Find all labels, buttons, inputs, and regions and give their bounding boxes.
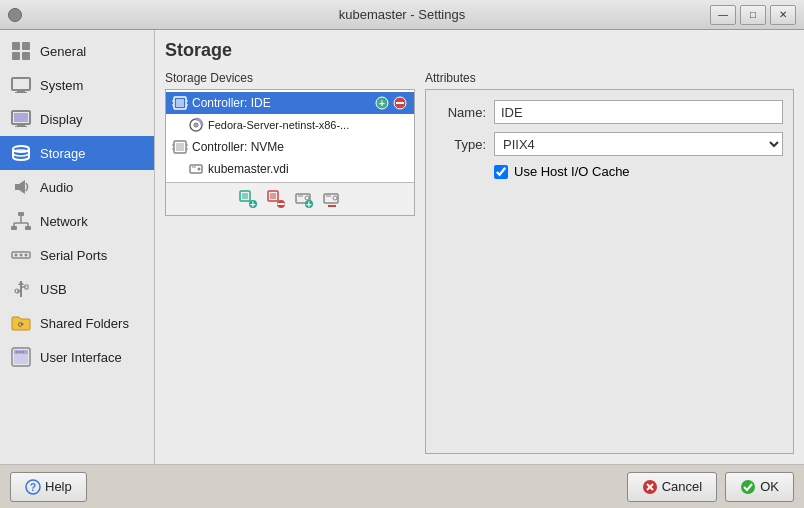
svg-rect-1 (22, 42, 30, 50)
titlebar-buttons: — □ ✕ (710, 5, 796, 25)
svg-point-24 (20, 254, 23, 257)
attributes-label: Attributes (425, 71, 794, 85)
tree-label-kubemaster-vdi: kubemaster.vdi (208, 162, 289, 176)
svg-rect-40 (176, 99, 184, 107)
tree-item-controller-nvme[interactable]: Controller: NVMe (166, 136, 414, 158)
svg-point-38 (22, 351, 24, 353)
help-button[interactable]: ? Help (10, 472, 87, 502)
svg-point-83 (741, 480, 755, 494)
svg-point-37 (19, 351, 21, 353)
storage-devices-label: Storage Devices (165, 71, 415, 85)
ok-button[interactable]: OK (725, 472, 794, 502)
sidebar-item-general[interactable]: General (0, 34, 154, 68)
titlebar-left (8, 8, 22, 22)
sidebar-item-usb[interactable]: USB (0, 272, 154, 306)
use-host-io-cache-label: Use Host I/O Cache (514, 164, 630, 179)
sidebar-item-system[interactable]: System (0, 68, 154, 102)
svg-rect-0 (12, 42, 20, 50)
help-icon: ? (25, 479, 41, 495)
sidebar-label-serial-ports: Serial Ports (40, 248, 107, 263)
sidebar-item-serial-ports[interactable]: Serial Ports (0, 238, 154, 272)
devices-tree: Controller: IDE + (166, 90, 414, 182)
svg-rect-13 (15, 184, 19, 190)
content-area: Storage Storage Devices (155, 30, 804, 464)
usb-icon (10, 278, 32, 300)
svg-point-59 (198, 168, 201, 171)
cancel-label: Cancel (662, 479, 702, 494)
svg-rect-5 (17, 90, 25, 92)
svg-rect-6 (15, 92, 27, 93)
svg-rect-8 (17, 124, 25, 126)
sidebar-label-usb: USB (40, 282, 67, 297)
bottom-bar: ? Help Cancel OK (0, 464, 804, 508)
svg-rect-4 (12, 78, 30, 90)
attributes-body: Name: Type: PIIX4 PIIX3 ICH6 I82078 L (426, 90, 793, 189)
type-select[interactable]: PIIX4 PIIX3 ICH6 I82078 LsiLogic LsiLogi… (494, 132, 783, 156)
name-input[interactable] (494, 100, 783, 124)
svg-point-51 (195, 124, 197, 126)
folder-icon: ⟳ (10, 312, 32, 334)
svg-rect-3 (22, 52, 30, 60)
remove-attachment-button[interactable] (320, 187, 344, 211)
svg-text:+: + (306, 199, 312, 210)
sidebar-item-audio[interactable]: Audio (0, 170, 154, 204)
general-icon (10, 40, 32, 62)
svg-rect-34 (14, 354, 28, 364)
tree-label-controller-ide: Controller: IDE (192, 96, 271, 110)
svg-text:⟳: ⟳ (18, 321, 24, 328)
sidebar-label-user-interface: User Interface (40, 350, 122, 365)
sidebar: General System Di (0, 30, 155, 464)
cancel-button[interactable]: Cancel (627, 472, 717, 502)
controller-ide-actions: + (374, 95, 408, 111)
remove-controller-button[interactable] (264, 187, 288, 211)
sidebar-label-shared-folders: Shared Folders (40, 316, 129, 331)
maximize-button[interactable]: □ (740, 5, 766, 25)
svg-point-23 (15, 254, 18, 257)
storage-actions: + (166, 182, 414, 215)
svg-rect-15 (18, 212, 24, 216)
cancel-icon (642, 479, 658, 495)
add-disk-icon[interactable]: + (374, 95, 390, 111)
vdi-icon (188, 161, 204, 177)
tree-item-kubemaster-vdi[interactable]: kubemaster.vdi (166, 158, 414, 180)
svg-rect-62 (242, 193, 248, 199)
name-row: Name: (436, 100, 783, 124)
svg-rect-10 (14, 113, 28, 122)
tree-item-controller-ide[interactable]: Controller: IDE + (166, 92, 414, 114)
svg-point-36 (16, 351, 18, 353)
remove-disk-icon[interactable] (392, 95, 408, 111)
svg-rect-17 (25, 226, 31, 230)
main-container: General System Di (0, 30, 804, 464)
add-attachment-button[interactable]: + (292, 187, 316, 211)
svg-text:?: ? (30, 482, 36, 493)
audio-icon (10, 176, 32, 198)
controller-nvme-icon (172, 139, 188, 155)
svg-rect-68 (278, 203, 285, 205)
svg-rect-53 (176, 143, 184, 151)
sidebar-item-display[interactable]: Display (0, 102, 154, 136)
close-button[interactable]: ✕ (770, 5, 796, 25)
network-icon (10, 210, 32, 232)
svg-rect-66 (270, 193, 276, 199)
tree-item-fedora-disk[interactable]: Fedora-Server-netinst-x86-... (166, 114, 414, 136)
use-host-io-cache-checkbox[interactable] (494, 165, 508, 179)
add-controller-button[interactable]: + (236, 187, 260, 211)
system-icon (10, 74, 32, 96)
sidebar-item-user-interface[interactable]: User Interface (0, 340, 154, 374)
svg-marker-14 (19, 180, 25, 194)
svg-rect-29 (25, 285, 28, 289)
sidebar-label-network: Network (40, 214, 88, 229)
sidebar-label-general: General (40, 44, 86, 59)
sidebar-item-storage[interactable]: Storage (0, 136, 154, 170)
page-title: Storage (165, 40, 794, 61)
sidebar-label-storage: Storage (40, 146, 86, 161)
svg-marker-27 (18, 281, 24, 285)
svg-point-25 (25, 254, 28, 257)
sidebar-item-shared-folders[interactable]: ⟳ Shared Folders (0, 306, 154, 340)
storage-layout: Storage Devices (165, 71, 794, 454)
type-label: Type: (436, 137, 486, 152)
bottom-right: Cancel OK (627, 472, 794, 502)
sidebar-item-network[interactable]: Network (0, 204, 154, 238)
svg-rect-48 (396, 102, 404, 104)
minimize-button[interactable]: — (710, 5, 736, 25)
